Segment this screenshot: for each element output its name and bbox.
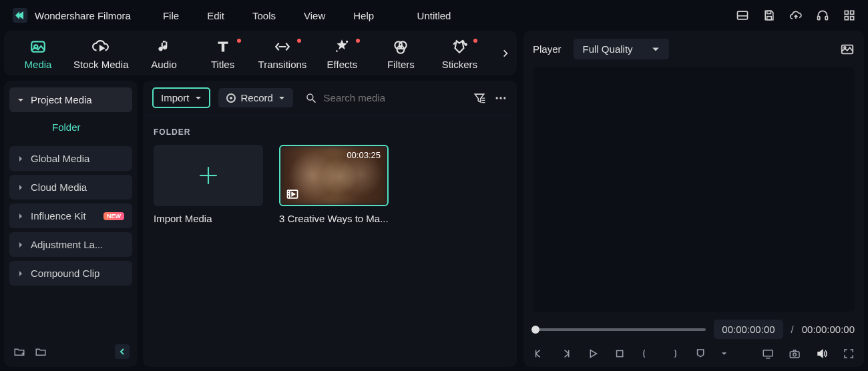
chevron-down-icon[interactable] [721, 350, 727, 357]
svg-point-14 [346, 41, 348, 43]
cloud-upload-icon[interactable] [789, 9, 803, 22]
menu-file[interactable]: File [163, 10, 179, 21]
chevron-down-icon [652, 45, 660, 53]
tool-tabs: Media Stock Media Audio Titles Transitio… [4, 31, 517, 75]
sidebar-item-folder[interactable]: Folder [9, 115, 132, 139]
transitions-icon [273, 37, 292, 56]
clip-duration: 00:03:25 [347, 150, 381, 160]
svg-rect-39 [791, 352, 800, 358]
mark-in-icon[interactable] [640, 347, 652, 360]
player-quality-value: Full Quality [583, 43, 633, 55]
import-media-card[interactable]: Import Media [154, 145, 266, 224]
tab-stickers[interactable]: Stickers [436, 37, 483, 70]
fullscreen-icon[interactable] [843, 347, 855, 360]
sidebar-item-influence-kit[interactable]: Influence Kit NEW [9, 204, 132, 228]
tabs-scroll-right[interactable] [498, 43, 513, 63]
tab-transitions-label: Transitions [258, 59, 307, 70]
app-name: Wondershare Filmora [35, 10, 131, 21]
svg-point-34 [844, 46, 846, 48]
chevron-down-icon [195, 95, 202, 101]
player-panel: Player Full Quality 00:00:00:00 / 00:00:… [523, 31, 864, 367]
sidebar-item-compound-clip[interactable]: Compound Clip [9, 261, 132, 286]
record-button[interactable]: Record [218, 88, 293, 107]
document-title: Untitled [417, 10, 451, 21]
display-icon[interactable] [762, 347, 774, 360]
step-forward-icon[interactable] [560, 347, 572, 360]
step-back-icon[interactable] [533, 347, 545, 360]
svg-rect-7 [845, 11, 848, 14]
player-seek-bar[interactable] [533, 328, 706, 331]
app-logo-icon [12, 7, 28, 23]
sidebar-label-compound-clip: Compound Clip [31, 268, 99, 279]
svg-rect-36 [616, 350, 622, 356]
media-clip-caption: 3 Creative Ways to Ma... [279, 213, 391, 224]
folder-icon[interactable] [35, 346, 47, 358]
sidebar-item-cloud-media[interactable]: Cloud Media [9, 175, 132, 200]
player-total-time: 00:00:00:00 [802, 324, 855, 335]
tab-filters-label: Filters [387, 59, 415, 70]
menu-view[interactable]: View [304, 10, 325, 21]
media-clip-card[interactable]: 00:03:25 3 Creative Ways to Ma... [279, 145, 391, 224]
tab-stock-media[interactable]: Stock Media [73, 37, 129, 70]
svg-point-24 [499, 97, 501, 99]
sidebar-item-adjustment-layer[interactable]: Adjustment La... [9, 232, 132, 257]
tab-media-label: Media [25, 59, 52, 70]
new-badge: NEW [103, 212, 124, 220]
tab-titles[interactable]: Titles [200, 37, 246, 70]
caret-down-icon [17, 97, 24, 103]
play-icon[interactable] [587, 347, 599, 360]
headset-icon[interactable] [816, 9, 829, 22]
record-icon [226, 93, 236, 103]
sidebar-item-global-media[interactable]: Global Media [9, 146, 132, 171]
import-button[interactable]: Import [152, 87, 210, 108]
menu-help[interactable]: Help [353, 10, 374, 21]
camera-icon[interactable] [789, 347, 801, 360]
media-icon [29, 37, 47, 56]
svg-rect-8 [851, 11, 854, 14]
apps-grid-icon[interactable] [843, 9, 856, 22]
tab-transitions[interactable]: Transitions [258, 37, 307, 70]
import-media-caption: Import Media [154, 213, 266, 224]
svg-point-20 [465, 44, 467, 45]
tab-filters[interactable]: Filters [377, 37, 424, 70]
layouts-icon[interactable] [736, 9, 749, 22]
mark-out-icon[interactable] [667, 347, 679, 360]
tab-effects[interactable]: Effects [318, 37, 365, 70]
volume-icon[interactable] [816, 347, 828, 360]
tab-media[interactable]: Media [15, 37, 61, 70]
new-folder-icon[interactable] [13, 346, 25, 358]
svg-rect-6 [825, 17, 827, 20]
svg-point-15 [336, 50, 338, 52]
svg-rect-10 [851, 17, 854, 20]
filters-icon [391, 37, 410, 56]
audio-icon [155, 37, 174, 56]
caret-right-icon [17, 270, 24, 277]
seek-knob[interactable] [531, 326, 539, 334]
player-viewport[interactable] [533, 67, 855, 312]
search-input[interactable] [324, 92, 465, 103]
svg-rect-3 [767, 11, 771, 13]
tab-audio[interactable]: Audio [141, 37, 188, 70]
sidebar-collapse-button[interactable] [115, 344, 130, 359]
svg-rect-9 [845, 17, 848, 20]
player-quality-selector[interactable]: Full Quality [574, 39, 669, 59]
time-separator: / [791, 324, 794, 335]
svg-marker-32 [292, 193, 294, 196]
stop-icon[interactable] [614, 347, 626, 360]
save-icon[interactable] [763, 9, 776, 22]
import-media-thumb[interactable] [154, 145, 263, 206]
sidebar-label-project-media: Project Media [31, 94, 92, 105]
sidebar-item-project-media[interactable]: Project Media [9, 87, 132, 112]
marker-icon[interactable] [694, 347, 706, 360]
media-search[interactable] [301, 91, 465, 105]
filter-sort-icon[interactable] [473, 91, 486, 105]
player-label: Player [533, 43, 562, 55]
more-options-icon[interactable] [494, 91, 507, 105]
media-clip-thumb[interactable]: 00:03:25 [279, 145, 389, 206]
menu-edit[interactable]: Edit [207, 10, 224, 21]
media-browser: Import Record [143, 81, 517, 367]
snapshot-icon[interactable] [840, 42, 855, 57]
svg-marker-13 [100, 46, 103, 51]
menu-tools[interactable]: Tools [252, 10, 276, 21]
caret-right-icon [17, 155, 24, 162]
